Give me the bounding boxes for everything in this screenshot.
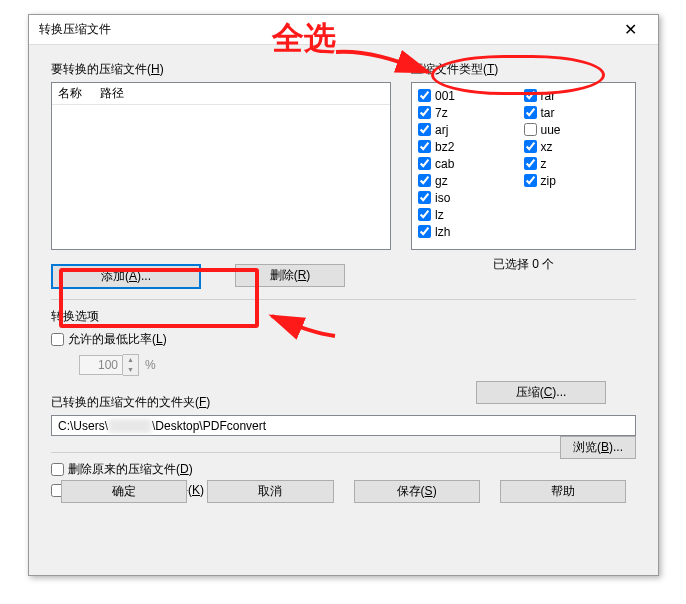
type-checkbox-iso[interactable] <box>418 191 431 204</box>
col-path[interactable]: 路径 <box>100 85 124 102</box>
type-item-001[interactable]: 001 <box>418 87 524 104</box>
type-label-bz2: bz2 <box>435 140 454 154</box>
selected-count-label: 已选择 0 个 <box>411 256 636 273</box>
save-button[interactable]: 保存(S) <box>354 480 480 503</box>
ratio-spinner[interactable]: ▲▼ % <box>79 354 156 376</box>
type-label-rar: rar <box>541 89 556 103</box>
window-title: 转换压缩文件 <box>39 21 111 38</box>
type-checkbox-lzh[interactable] <box>418 225 431 238</box>
type-checkbox-7z[interactable] <box>418 106 431 119</box>
delete-original-label: 删除原来的压缩文件(D) <box>68 461 193 478</box>
col-name[interactable]: 名称 <box>58 85 82 102</box>
type-item-xz[interactable]: xz <box>524 138 630 155</box>
spinner-buttons[interactable]: ▲▼ <box>123 354 139 376</box>
type-label-uue: uue <box>541 123 561 137</box>
min-ratio-label: 允许的最低比率(L) <box>68 331 167 348</box>
type-checkbox-uue[interactable] <box>524 123 537 136</box>
type-item-z[interactable]: z <box>524 155 630 172</box>
type-label-zip: zip <box>541 174 556 188</box>
type-item-lz[interactable]: lz <box>418 206 524 223</box>
type-label-xz: xz <box>541 140 553 154</box>
type-label-z: z <box>541 157 547 171</box>
type-checkbox-zip[interactable] <box>524 174 537 187</box>
type-checkbox-cab[interactable] <box>418 157 431 170</box>
type-label-lzh: lzh <box>435 225 450 239</box>
type-item-arj[interactable]: arj <box>418 121 524 138</box>
type-checkbox-gz[interactable] <box>418 174 431 187</box>
redacted-user <box>109 419 151 433</box>
close-button[interactable]: ✕ <box>610 17 650 43</box>
type-label-7z: 7z <box>435 106 448 120</box>
titlebar: 转换压缩文件 ✕ <box>29 15 658 45</box>
type-item-gz[interactable]: gz <box>418 172 524 189</box>
type-item-uue[interactable]: uue <box>524 121 630 138</box>
type-item-iso[interactable]: iso <box>418 189 524 206</box>
type-item-zip[interactable]: zip <box>524 172 630 189</box>
delete-original-checkbox[interactable] <box>51 463 64 476</box>
type-item-bz2[interactable]: bz2 <box>418 138 524 155</box>
output-path-field[interactable]: C:\Users\\Desktop\PDFconvert <box>51 415 636 436</box>
type-item-lzh[interactable]: lzh <box>418 223 524 240</box>
type-checkbox-lz[interactable] <box>418 208 431 221</box>
type-item-tar[interactable]: tar <box>524 104 630 121</box>
type-item-7z[interactable]: 7z <box>418 104 524 121</box>
list-header: 名称 路径 <box>52 83 390 105</box>
type-label-iso: iso <box>435 191 450 205</box>
type-checkbox-tar[interactable] <box>524 106 537 119</box>
compress-button[interactable]: 压缩(C)... <box>476 381 606 404</box>
types-col-1: 0017zarjbz2cabgzisolzlzh <box>418 87 524 245</box>
delete-button[interactable]: 删除(R) <box>235 264 345 287</box>
browse-button[interactable]: 浏览(B)... <box>560 436 636 459</box>
help-button[interactable]: 帮助 <box>500 480 626 503</box>
options-label: 转换选项 <box>51 308 636 325</box>
type-item-cab[interactable]: cab <box>418 155 524 172</box>
cancel-button[interactable]: 取消 <box>207 480 333 503</box>
type-checkbox-z[interactable] <box>524 157 537 170</box>
min-ratio-checkbox[interactable] <box>51 333 64 346</box>
files-listbox[interactable]: 名称 路径 <box>51 82 391 250</box>
ratio-input[interactable] <box>79 355 123 375</box>
type-label-001: 001 <box>435 89 455 103</box>
type-checkbox-001[interactable] <box>418 89 431 102</box>
ok-button[interactable]: 确定 <box>61 480 187 503</box>
files-to-convert-label: 要转换的压缩文件(H) <box>51 61 391 78</box>
type-label-tar: tar <box>541 106 555 120</box>
type-checkbox-bz2[interactable] <box>418 140 431 153</box>
type-checkbox-xz[interactable] <box>524 140 537 153</box>
type-label-gz: gz <box>435 174 448 188</box>
archive-types-box: 0017zarjbz2cabgzisolzlzh rartaruuexzzzip <box>411 82 636 250</box>
type-checkbox-arj[interactable] <box>418 123 431 136</box>
types-col-2: rartaruuexzzzip <box>524 87 630 245</box>
type-label-lz: lz <box>435 208 444 222</box>
archive-types-label: 压缩文件类型(T) <box>411 61 636 78</box>
add-button[interactable]: 添加(A)... <box>51 264 201 289</box>
type-label-cab: cab <box>435 157 454 171</box>
type-label-arj: arj <box>435 123 448 137</box>
percent-label: % <box>145 358 156 372</box>
path-suffix: \Desktop\PDFconvert <box>152 419 266 433</box>
dialog-window: 转换压缩文件 ✕ 要转换的压缩文件(H) 名称 路径 添加(A)... <box>28 14 659 576</box>
path-prefix: C:\Users\ <box>58 419 108 433</box>
type-checkbox-rar[interactable] <box>524 89 537 102</box>
type-item-rar[interactable]: rar <box>524 87 630 104</box>
